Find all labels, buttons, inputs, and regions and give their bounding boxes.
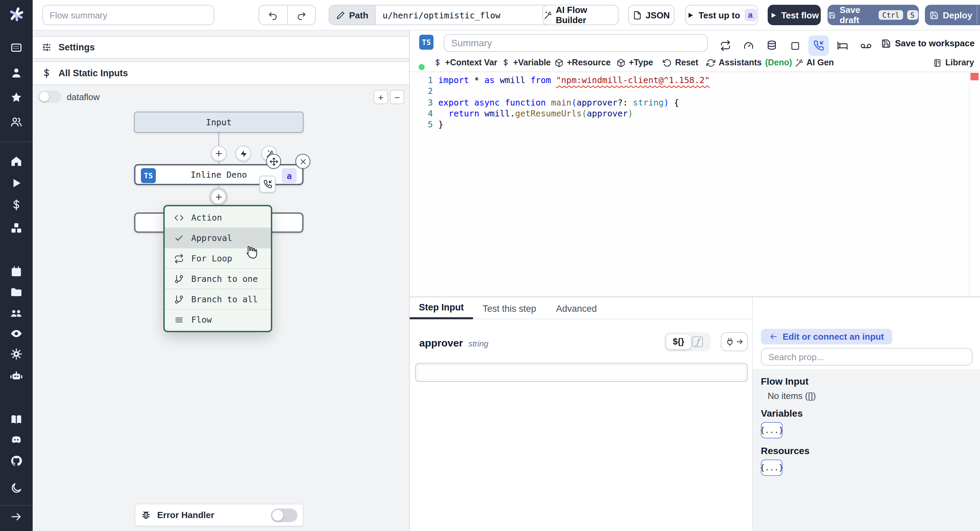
- dark-mode-icon[interactable]: [10, 482, 22, 494]
- all-static-inputs-row[interactable]: All Static Inputs: [33, 61, 410, 85]
- field-value-input[interactable]: [415, 363, 748, 382]
- undo-button[interactable]: [259, 5, 288, 24]
- phone-incoming-icon: [263, 180, 272, 188]
- user-icon[interactable]: [10, 67, 22, 79]
- rotate-ccw-icon: [663, 58, 672, 67]
- move-icon: [269, 157, 278, 166]
- redo-button[interactable]: [288, 5, 315, 24]
- package-icon: [617, 58, 625, 67]
- library-icon: [933, 58, 942, 67]
- dataflow-toggle[interactable]: [38, 91, 61, 103]
- test-flow-button[interactable]: Test flow: [768, 5, 821, 25]
- ai-flow-builder-button[interactable]: AI Flow Builder: [542, 5, 619, 25]
- flow-input-empty: No items ([]): [768, 391, 972, 401]
- variables-object-chip[interactable]: {...}: [761, 422, 783, 439]
- audit-icon[interactable]: [10, 327, 22, 340]
- ai-gen-button[interactable]: AI Gen: [794, 58, 834, 67]
- mock-button[interactable]: [785, 35, 805, 56]
- add-step-below-button[interactable]: [209, 187, 228, 206]
- save-icon: [828, 11, 835, 19]
- add-variable-button[interactable]: +Variable: [501, 58, 551, 67]
- json-button[interactable]: JSON: [628, 5, 675, 25]
- path-field[interactable]: Path u/henri/optimistic_flow: [329, 5, 553, 25]
- resources-object-chip[interactable]: {...}: [761, 459, 783, 476]
- trigger-button[interactable]: [235, 146, 251, 161]
- menu-item-action[interactable]: Action: [165, 207, 271, 228]
- workers-icon[interactable]: [10, 370, 22, 382]
- zoom-out-button[interactable]: −: [390, 90, 404, 104]
- early-stop-button[interactable]: [738, 35, 759, 56]
- tab-step-input[interactable]: Step Input: [410, 298, 473, 319]
- deploy-button[interactable]: Deploy: [925, 5, 980, 25]
- move-step-button[interactable]: [266, 154, 281, 169]
- prop-list: Flow Input No items ([]) Variables {...}…: [753, 369, 980, 531]
- function-mode-button[interactable]: ƒ: [692, 336, 703, 347]
- menu-item-branch-to-one[interactable]: Branch to one: [165, 269, 271, 289]
- discord-icon[interactable]: [10, 434, 22, 446]
- database-icon: [766, 40, 777, 51]
- reset-button[interactable]: Reset: [663, 58, 698, 67]
- expand-icon[interactable]: [10, 510, 22, 523]
- error-handler-toggle[interactable]: [271, 508, 298, 522]
- menu-item-approval[interactable]: Approval: [165, 228, 271, 249]
- zoom-in-button[interactable]: +: [374, 90, 388, 104]
- magic-wand-icon: [794, 58, 803, 67]
- typescript-badge: TS: [419, 35, 434, 50]
- members-icon[interactable]: [10, 307, 22, 319]
- retries-button[interactable]: [715, 35, 736, 56]
- plus-icon: [214, 192, 223, 201]
- favorites-icon[interactable]: [10, 91, 22, 104]
- windmill-logo-icon[interactable]: [9, 7, 24, 22]
- path-label: Path: [329, 5, 375, 24]
- library-button[interactable]: Library: [933, 58, 974, 67]
- delete-step-button[interactable]: [295, 154, 310, 169]
- save-icon: [930, 11, 939, 19]
- code-editor[interactable]: 12345 import * as wmill from "npm:windmi…: [410, 72, 980, 296]
- expr-mode-button[interactable]: ${}: [666, 334, 691, 349]
- resources-icon[interactable]: [10, 222, 22, 234]
- connect-input-button[interactable]: [721, 332, 748, 351]
- add-step-button[interactable]: [211, 146, 227, 161]
- edit-or-connect-button[interactable]: Edit or connect an input: [761, 329, 892, 344]
- status-dot: [418, 64, 425, 70]
- schedules-icon[interactable]: [10, 266, 22, 278]
- tab-advanced[interactable]: Advanced: [553, 298, 600, 319]
- voicemail-icon: [860, 40, 872, 51]
- settings-icon[interactable]: [10, 348, 22, 360]
- workspace-icon[interactable]: [10, 41, 22, 54]
- add-type-button[interactable]: +Type: [617, 58, 653, 67]
- suspend-indicator-badge[interactable]: [259, 175, 275, 193]
- test-up-to-button[interactable]: Test up to a: [685, 5, 758, 25]
- menu-item-for-loop[interactable]: For Loop: [165, 249, 271, 269]
- sleep-button[interactable]: [832, 35, 853, 56]
- save-draft-button[interactable]: Save draft Ctrl S: [827, 5, 919, 25]
- step-summary-input[interactable]: [444, 34, 708, 52]
- runs-icon[interactable]: [10, 177, 22, 189]
- menu-item-flow[interactable]: Flow: [165, 310, 271, 330]
- deploy-dropdown-button[interactable]: [977, 5, 980, 24]
- assistants-button[interactable]: Assistants (Deno): [706, 58, 792, 67]
- folders-icon[interactable]: [10, 286, 22, 298]
- flow-settings-row[interactable]: Settings: [33, 36, 410, 59]
- save-to-workspace-button[interactable]: Save to workspace: [881, 38, 975, 48]
- home-icon[interactable]: [10, 155, 22, 167]
- search-prop-input[interactable]: [761, 348, 972, 365]
- groups-icon[interactable]: [10, 116, 22, 128]
- cache-button[interactable]: [762, 35, 782, 56]
- flow-input-node[interactable]: Input: [134, 112, 304, 133]
- lifetime-button[interactable]: [856, 35, 876, 56]
- step-editor-panel: TS Save to workspace +Context Var +Varia…: [410, 30, 980, 531]
- flow-summary-input[interactable]: [42, 5, 215, 25]
- docs-icon[interactable]: [10, 413, 22, 426]
- variables-icon[interactable]: [10, 199, 22, 211]
- add-resource-button[interactable]: +Resource: [555, 58, 611, 67]
- field-name: approver: [419, 337, 463, 349]
- suspend-approval-button[interactable]: [808, 35, 829, 56]
- arrow-left-icon: [769, 332, 778, 341]
- github-icon[interactable]: [10, 455, 22, 467]
- add-context-var-button[interactable]: +Context Var: [434, 58, 498, 67]
- tab-test-this-step[interactable]: Test this step: [477, 298, 542, 319]
- code-lines: import * as wmill from "npm:windmill-cli…: [438, 75, 966, 130]
- error-handler-node[interactable]: Error Handler: [135, 504, 304, 526]
- menu-item-branch-to-all[interactable]: Branch to all: [165, 289, 271, 310]
